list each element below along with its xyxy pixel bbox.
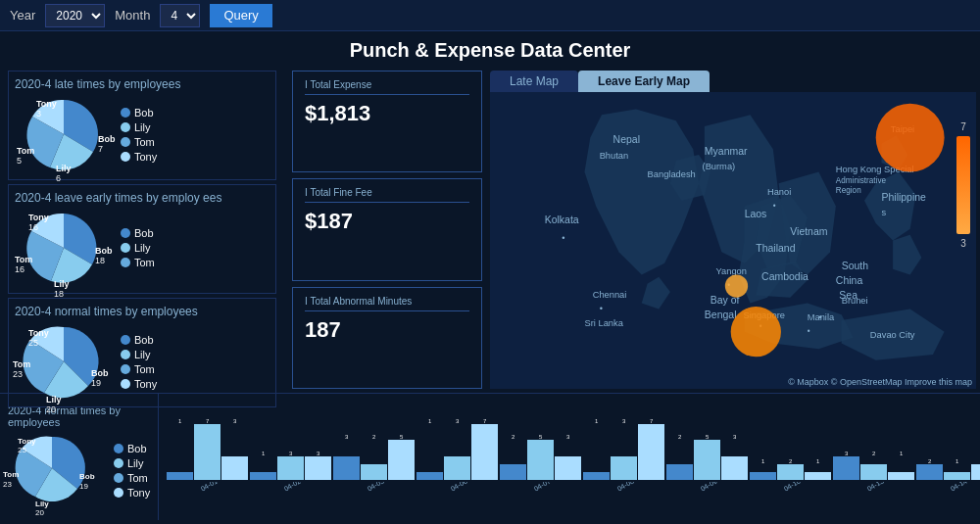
svg-text:Tom: Tom [13, 359, 30, 369]
leave-early-bar [611, 456, 637, 480]
leave-early-chart-title: 2020-4 leave early times by employ ees [15, 191, 270, 205]
tab-leave-early-map[interactable]: Leave Early Map [578, 71, 710, 92]
svg-text:Tony: Tony [18, 437, 36, 446]
svg-text:Lily: Lily [46, 395, 62, 405]
late-chart-section: 2020-4 late times by employees Bo [8, 71, 276, 180]
chart-legend: late leave early normal [167, 506, 980, 518]
svg-text:Manila: Manila [808, 312, 835, 322]
svg-text:Philippine: Philippine [882, 192, 927, 203]
svg-text:25: 25 [18, 446, 26, 454]
svg-text:20: 20 [35, 508, 44, 517]
normal-bar [888, 472, 914, 480]
svg-text:Lily: Lily [54, 279, 70, 289]
svg-text:3: 3 [36, 109, 41, 119]
normal-bar [805, 472, 831, 480]
svg-text:South: South [842, 261, 869, 271]
late-bar [666, 464, 693, 480]
svg-text:Tom: Tom [15, 255, 32, 264]
normal-chart-section: 2020-4 normal times by employees Bob 19 … [8, 298, 276, 407]
month-select[interactable]: 4 [160, 4, 200, 27]
leave-early-bar [277, 456, 304, 480]
svg-point-63 [725, 274, 748, 297]
svg-text:Lily: Lily [56, 164, 72, 173]
bar-date-label: 04-07 [506, 482, 586, 501]
svg-text:Bob: Bob [98, 134, 116, 144]
normal-bar [305, 456, 331, 480]
svg-text:16: 16 [15, 264, 24, 274]
svg-text:•: • [808, 327, 810, 336]
svg-text:Nepal: Nepal [613, 134, 640, 145]
late-bar [750, 472, 776, 480]
svg-text:Brunei: Brunei [842, 296, 868, 306]
query-button[interactable]: Query [210, 4, 271, 27]
svg-text:23: 23 [13, 369, 23, 379]
year-select[interactable]: 2020 [45, 4, 105, 27]
svg-text:Laos: Laos [745, 209, 767, 219]
total-fine-label: I Total Fine Fee [305, 187, 469, 203]
total-abnormal-value: 187 [305, 317, 469, 343]
svg-text:Tony: Tony [28, 213, 49, 222]
svg-text:6: 6 [56, 173, 61, 183]
svg-text:Bob: Bob [79, 472, 95, 481]
tab-late-map[interactable]: Late Map [490, 71, 578, 92]
leave-early-bar [777, 464, 804, 480]
month-label: Month [115, 8, 150, 23]
color-bar-min: 3 [960, 238, 966, 249]
late-bar [250, 472, 276, 480]
total-expense-label: I Total Expense [305, 79, 469, 95]
normal-legend-bottom: Bob Lily Tom Tony [114, 443, 150, 499]
leave-early-bar [860, 464, 887, 480]
normal-bar [221, 456, 248, 480]
late-bar [333, 456, 360, 480]
svg-text:25: 25 [28, 338, 38, 348]
svg-text:Administrative: Administrative [836, 176, 887, 185]
late-bar [167, 472, 193, 480]
bar-date-label: 04-08 [589, 482, 669, 501]
normal-bar [471, 424, 498, 480]
normal-bar [388, 440, 415, 480]
svg-text:Bhutan: Bhutan [600, 151, 629, 161]
normal-bar [721, 456, 748, 480]
svg-text:Tony: Tony [28, 328, 49, 338]
bar-date-label: 04-10 [756, 482, 836, 501]
bar-group: 321 [833, 451, 914, 480]
svg-text:Yangon: Yangon [716, 266, 747, 276]
total-expense-box: I Total Expense $1,813 [292, 71, 482, 172]
svg-text:Tom: Tom [3, 470, 19, 479]
svg-text:20: 20 [46, 405, 56, 414]
leave-early-legend: Bob Lily Tom [121, 227, 155, 268]
leave-early-bar [694, 440, 720, 480]
late-chart-title: 2020-4 late times by employees [15, 77, 270, 91]
color-bar: 7 3 [956, 121, 970, 249]
svg-text:s: s [882, 208, 887, 217]
map-tabs: Late Map Leave Early Map [490, 71, 976, 92]
right-panel: Late Map Leave Early Map [490, 67, 980, 393]
page-title: Punch & Expense Data Center [0, 31, 980, 67]
bottom-left-panel: 2020-4 normal times by employees Bob 19 … [0, 394, 159, 520]
summary-title: 2020-4 punch data summary [167, 398, 980, 412]
late-pie-chart: Bob 7 Lily 6 Tom 5 Tony 3 [15, 95, 113, 173]
leave-early-pie-chart: Bob 18 Lily 18 Tom 16 Tony 16 [15, 209, 113, 287]
leave-early-bar [944, 472, 970, 480]
normal-chart-title: 2020-4 normal times by employees [15, 305, 270, 318]
svg-text:Myanmar: Myanmar [705, 146, 748, 157]
bar-group: 325 [333, 434, 415, 480]
bottom-section: 2020-4 normal times by employees Bob 19 … [0, 393, 980, 520]
total-fine-value: $187 [305, 209, 469, 234]
bar-group: 133 [250, 451, 331, 480]
leave-early-bar [527, 440, 554, 480]
svg-text:23: 23 [3, 480, 12, 489]
late-bar [833, 456, 859, 480]
leave-early-bar [194, 424, 220, 480]
leave-early-bar [444, 456, 470, 480]
svg-text:Region: Region [836, 186, 861, 195]
normal-bar [638, 424, 664, 480]
svg-text:5: 5 [17, 156, 22, 166]
svg-text:Tom: Tom [17, 146, 34, 156]
bar-date-label: 04-06 [422, 482, 503, 501]
total-abnormal-label: I Total Abnormal Minutes [305, 296, 469, 311]
svg-text:(Burma): (Burma) [703, 162, 736, 171]
svg-text:•: • [773, 202, 776, 211]
svg-text:Kolkata: Kolkata [545, 214, 579, 225]
svg-text:19: 19 [79, 482, 88, 491]
